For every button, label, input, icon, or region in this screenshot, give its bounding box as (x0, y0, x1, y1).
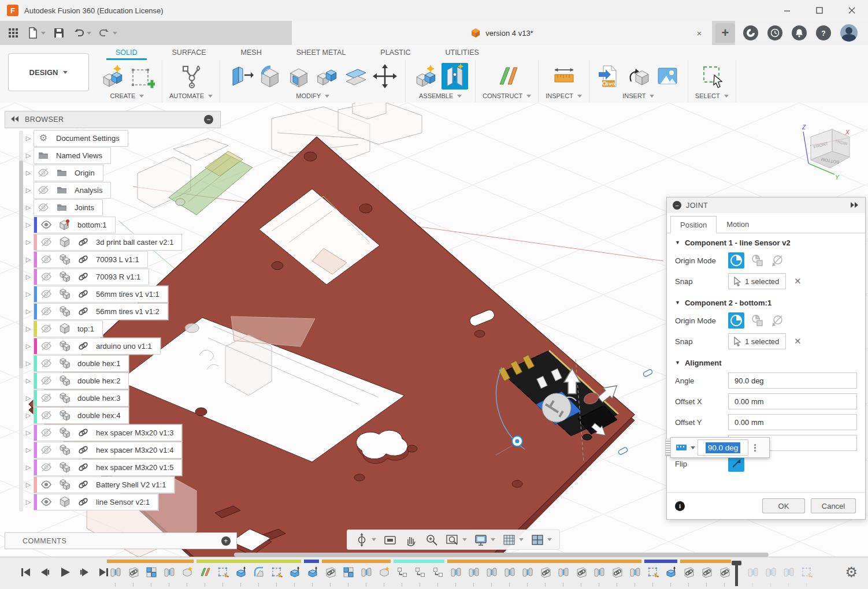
timeline-feature-link[interactable] (537, 557, 555, 589)
sketch-feature-icon[interactable] (270, 565, 284, 579)
minimize-button[interactable] (771, 0, 803, 21)
pattern-feature-icon[interactable] (413, 565, 427, 579)
ribbon-tab-utilities[interactable]: UTILITIES (428, 45, 496, 60)
select-button[interactable] (699, 63, 725, 90)
joint-dialog-header[interactable]: − JOINT (667, 197, 865, 214)
step-back-button[interactable] (37, 564, 53, 580)
timeline-future-feature-joint[interactable] (780, 557, 798, 589)
component-feature-icon[interactable] (342, 565, 355, 579)
origin-mode-simple-button[interactable] (728, 312, 744, 329)
joint-feature-icon[interactable] (359, 565, 373, 579)
ribbon-tab-solid[interactable]: SOLID (98, 45, 155, 60)
avatar-icon[interactable] (840, 24, 858, 42)
timeline-feature-joint[interactable] (161, 557, 179, 589)
dialog-expand-icon[interactable] (850, 201, 859, 210)
expand-arrow-icon[interactable]: ▷ (23, 290, 34, 298)
timeline-scrollbar[interactable] (234, 553, 769, 557)
timeline-feature-joint[interactable] (465, 557, 483, 589)
expand-arrow-icon[interactable]: ▷ (23, 152, 34, 159)
link-feature-icon[interactable] (539, 565, 552, 579)
timeline-future-feature-joint[interactable] (762, 557, 780, 589)
browser-item-label[interactable]: Battery Shell V2 v1:1 (92, 480, 166, 489)
visibility-eye-icon[interactable] (37, 357, 55, 369)
offset-x-input[interactable]: 0.00 mm (728, 393, 857, 409)
newcomp-feature-icon[interactable] (377, 565, 391, 579)
timeline-feature-extrude[interactable] (304, 557, 322, 589)
browser-item-label[interactable]: 70093 L v1:1 (92, 255, 139, 264)
grid-display-tool[interactable] (499, 531, 526, 549)
automate-button[interactable] (178, 63, 205, 90)
derive-button[interactable] (625, 63, 652, 90)
joint-feature-icon[interactable] (557, 565, 570, 579)
extrude-feature-icon[interactable] (306, 565, 320, 579)
timeline-feature-sketch[interactable] (644, 557, 662, 589)
joint-feature-icon[interactable] (467, 565, 481, 579)
joint-tab-motion[interactable]: Motion (717, 215, 759, 233)
timeline-settings-gear-icon[interactable]: ⚙ (845, 565, 858, 579)
step-forward-button[interactable] (76, 564, 92, 580)
browser-item-label[interactable]: Analysis (71, 186, 102, 195)
browser-item-label[interactable]: Named Views (53, 151, 102, 160)
timeline-feature-link[interactable] (609, 557, 626, 589)
snap-selection-field[interactable]: 1 selected (728, 333, 786, 349)
fit-tool[interactable] (443, 531, 470, 549)
browser-item-label[interactable]: Joints (71, 203, 94, 212)
expand-arrow-icon[interactable]: ▷ (23, 498, 34, 506)
browser-item-label[interactable]: hex spacer M3x20 v1:4 (92, 446, 173, 454)
document-tab-close-icon[interactable]: × (692, 26, 706, 40)
browser-item-label[interactable]: 70093 R v1:1 (92, 273, 140, 281)
more-options-icon[interactable] (754, 444, 756, 452)
section-collapse-icon[interactable]: ▼ (675, 360, 680, 366)
link-feature-icon[interactable] (127, 565, 140, 579)
browser-item-label[interactable]: Document Settings (53, 134, 120, 143)
section-collapse-icon[interactable]: ▼ (675, 240, 680, 245)
ribbon-tab-surface[interactable]: SURFACE (155, 45, 224, 60)
assemble-menu[interactable]: ASSEMBLE (419, 92, 462, 102)
browser-item-hex-spacer-m3x20-v1-5[interactable]: ▷hex spacer M3x20 v1:5 (23, 458, 182, 476)
expand-arrow-icon[interactable]: ▷ (23, 464, 34, 471)
browser-item-double-hex-3[interactable]: ▷double hex:3 (23, 389, 129, 407)
origin-mode-two-edges-button[interactable] (770, 312, 786, 329)
expand-arrow-icon[interactable]: ▷ (23, 412, 34, 419)
browser-item-label[interactable]: bottom:1 (74, 221, 107, 229)
visibility-eye-icon[interactable] (34, 167, 53, 178)
link-feature-icon[interactable] (700, 565, 714, 579)
expand-arrow-icon[interactable]: ▷ (23, 325, 34, 333)
shell-button[interactable] (285, 63, 311, 90)
browser-item-label[interactable]: double hex:1 (74, 359, 120, 368)
info-icon[interactable]: i (675, 501, 685, 511)
visibility-eye-icon[interactable] (37, 496, 55, 508)
timeline-feature-sketch[interactable] (268, 557, 286, 589)
notifications-icon[interactable] (792, 25, 807, 40)
browser-item-label[interactable]: arduino uno v1:1 (92, 342, 152, 351)
browser-item-3d-print-ball-caster-v2-1[interactable]: ▷3d print ball caster v2:1 (23, 233, 182, 251)
visibility-eye-icon[interactable] (37, 392, 55, 404)
visibility-eye-icon[interactable] (37, 461, 55, 473)
visibility-eye-icon[interactable] (37, 340, 55, 352)
browser-item-double-hex-1[interactable]: ▷double hex:1 (23, 355, 129, 372)
cancel-button[interactable]: Cancel (811, 498, 856, 513)
clear-selection-icon[interactable]: ✕ (794, 336, 802, 346)
timeline-playhead[interactable] (735, 561, 738, 586)
ribbon-tab-mesh[interactable]: MESH (224, 45, 279, 60)
visibility-eye-icon[interactable] (37, 305, 55, 317)
modify-menu[interactable]: MODIFY (296, 92, 329, 102)
browser-item-double-hex-4[interactable]: ▷double hex:4 (23, 407, 129, 424)
close-button[interactable] (836, 0, 868, 21)
timeline-feature-newcomp[interactable] (179, 557, 196, 589)
component-feature-icon[interactable] (144, 565, 158, 579)
timeline-feature-link[interactable] (573, 557, 591, 589)
new-tab-button[interactable]: + (715, 23, 735, 43)
visibility-eye-icon[interactable] (37, 323, 55, 334)
help-icon[interactable]: ? (816, 25, 831, 40)
timeline-feature-link[interactable] (322, 557, 340, 589)
create-menu[interactable]: CREATE (110, 92, 144, 102)
expand-arrow-icon[interactable]: ▷ (23, 273, 34, 281)
visibility-eye-icon[interactable] (37, 219, 55, 230)
visibility-eye-icon[interactable] (34, 184, 53, 196)
timeline-feature-link[interactable] (125, 557, 143, 589)
timeline-feature-joint[interactable] (501, 557, 519, 589)
inline-angle-input[interactable]: 90.0 deg (698, 439, 748, 456)
browser-item-label[interactable]: hex spacer M3x20 v1:5 (92, 463, 173, 472)
browser-item-bottom-1[interactable]: ▷bottom:1 (23, 216, 116, 233)
